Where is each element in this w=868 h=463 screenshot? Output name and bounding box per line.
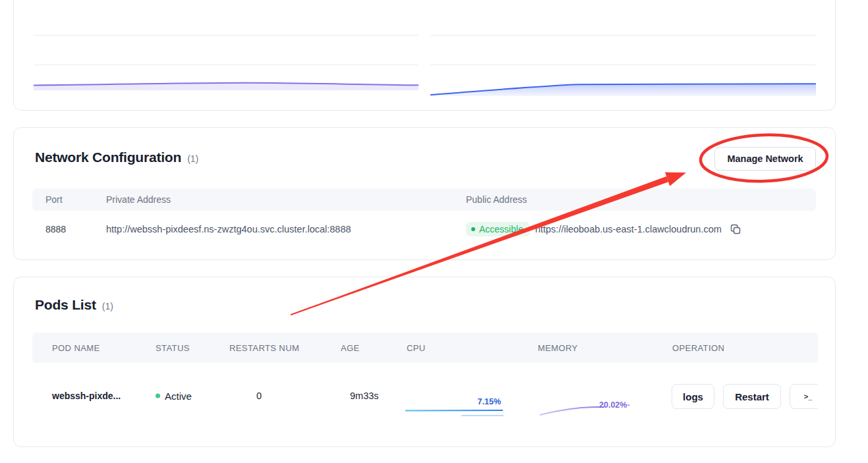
private-address-value: http://webssh-pixdeesf.ns-zwztg4ou.svc.c… [106, 224, 351, 234]
cpu-value-label: 7.15% [478, 397, 501, 406]
active-dot-icon [156, 394, 160, 398]
pods-title-text: Pods List [35, 297, 96, 313]
gridline [34, 35, 419, 36]
pods-table-row: webssh-pixde... Active 0 9m33s 7.15% [32, 376, 818, 420]
memory-sparkline: 20.02%- [538, 393, 637, 420]
network-table-row: 8888 http://webssh-pixdeesf.ns-zwztg4ou.… [32, 217, 816, 241]
public-address-cell: Accessible https://ileoboab.us-east-1.cl… [466, 222, 741, 236]
active-label: Active [165, 391, 192, 402]
terminal-button[interactable]: >_ [790, 384, 818, 409]
col-cpu: CPU [407, 343, 426, 353]
restart-label: Restart [735, 391, 769, 402]
status-dot-icon [471, 227, 475, 231]
monitor-card [13, 0, 836, 111]
accessible-status-badge: Accessible [466, 222, 530, 236]
col-memory: MEMORY [538, 343, 578, 353]
col-restarts-num: RESTARTS NUM [229, 343, 299, 353]
gridline [34, 65, 419, 65]
gridline [430, 35, 816, 36]
pods-table-header: POD NAME STATUS RESTARTS NUM AGE CPU MEM… [32, 333, 818, 363]
network-configuration-card: Network Configuration (1) Manage Network… [13, 127, 836, 260]
age-value: 9m33s [350, 391, 379, 401]
restart-button[interactable]: Restart [723, 384, 781, 409]
logs-button[interactable]: logs [672, 384, 714, 409]
copy-icon[interactable] [730, 223, 741, 235]
memory-monitor-chart [430, 82, 816, 106]
network-count-badge: (1) [187, 153, 198, 164]
col-age: AGE [341, 343, 360, 353]
pods-list-card: Pods List (1) POD NAME STATUS RESTARTS N… [13, 277, 836, 447]
memory-suffix: - [627, 400, 629, 410]
col-port: Port [45, 194, 63, 205]
logs-label: logs [683, 391, 703, 402]
pods-section-title: Pods List (1) [35, 297, 113, 313]
network-title-text: Network Configuration [35, 150, 181, 165]
col-public-address: Public Address [466, 194, 527, 205]
port-value: 8888 [45, 224, 66, 234]
pod-status-cell: Active [156, 391, 192, 402]
col-private-address: Private Address [106, 194, 171, 205]
col-pod-name: POD NAME [52, 343, 100, 353]
cpu-sparkline: 7.15% [405, 393, 504, 420]
network-section-title: Network Configuration (1) [35, 150, 198, 165]
col-operation: OPERATION [672, 343, 724, 353]
app-dashboard: { "network": { "title": "Network Configu… [0, 0, 868, 463]
cpu-monitor-chart [34, 78, 419, 101]
col-status: STATUS [156, 343, 190, 353]
restarts-value: 0 [256, 391, 262, 401]
pods-count-badge: (1) [102, 301, 113, 312]
manage-network-button[interactable]: Manage Network [714, 147, 816, 171]
gridline [430, 65, 816, 65]
memory-value-label: 20.02%- [599, 400, 630, 410]
operation-cell: logs Restart >_ [672, 384, 818, 409]
public-address-link[interactable]: https://ileoboab.us-east-1.clawcloudrun.… [535, 224, 722, 234]
manage-network-label: Manage Network [727, 153, 803, 164]
accessible-label: Accessible [479, 224, 523, 234]
network-table-header: Port Private Address Public Address [32, 188, 816, 211]
pod-name-value: webssh-pixde... [52, 391, 121, 401]
terminal-icon: >_ [804, 393, 813, 400]
